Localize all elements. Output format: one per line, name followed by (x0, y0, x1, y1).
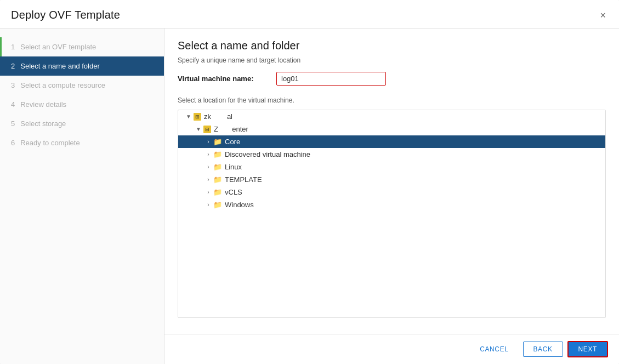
content-title: Select a name and folder (178, 39, 606, 52)
linux-label: Linux (225, 163, 242, 171)
discovered-label: Discovered virtual machine (225, 150, 310, 158)
tree-item-linux[interactable]: › 📁 Linux (178, 161, 605, 173)
dialog-footer: CANCEL BACK NEXT (164, 334, 619, 364)
step-6-label: Ready to complete (20, 139, 79, 147)
tree-vcenter[interactable]: ▼ ⊟ Z enter (178, 123, 605, 135)
step-1-label: Select an OVF template (20, 43, 96, 51)
root-label: zk al (204, 112, 232, 121)
linux-arrow: › (203, 164, 213, 170)
step-1-num: 1 (11, 43, 15, 51)
deploy-ovf-dialog: Deploy OVF Template × 1 Select an OVF te… (0, 0, 619, 364)
cancel-button[interactable]: CANCEL (470, 342, 518, 356)
datacenter-icon: ⊞ (194, 113, 201, 121)
sidebar-item-ovf-template: 1 Select an OVF template (0, 37, 164, 56)
core-folder-icon: 📁 (213, 138, 222, 146)
dialog-header: Deploy OVF Template × (0, 0, 619, 29)
vm-name-row: Virtual machine name: (178, 72, 606, 86)
sidebar-item-review: 4 Review details (0, 95, 164, 114)
linux-folder-icon: 📁 (213, 163, 222, 171)
windows-arrow: › (203, 202, 213, 208)
sidebar: 1 Select an OVF template 2 Select a name… (0, 29, 164, 364)
vcenter-label: Z enter (214, 125, 248, 133)
tree-item-windows[interactable]: › 📁 Windows (178, 198, 605, 211)
root-arrow: ▼ (184, 113, 194, 120)
step-3-label: Select a compute resource (20, 81, 105, 89)
step-2-label: Select a name and folder (20, 62, 100, 70)
subtitle: Specify a unique name and target locatio… (178, 56, 606, 64)
discovered-arrow: › (203, 151, 213, 157)
back-button[interactable]: BACK (523, 342, 563, 357)
sidebar-item-storage: 5 Select storage (0, 114, 164, 133)
discovered-folder-icon: 📁 (213, 150, 222, 158)
step-2-num: 2 (11, 62, 15, 70)
close-button[interactable]: × (598, 9, 608, 21)
template-arrow: › (203, 177, 213, 183)
tree-root[interactable]: ▼ ⊞ zk al (178, 110, 605, 123)
sidebar-item-name-folder: 2 Select a name and folder (0, 56, 164, 76)
tree-item-discovered[interactable]: › 📁 Discovered virtual machine (178, 148, 605, 161)
vcls-arrow: › (203, 189, 213, 195)
tree-item-vcls[interactable]: › 📁 vCLS (178, 186, 605, 198)
vcenter-arrow: ▼ (194, 126, 203, 132)
dialog-body: 1 Select an OVF template 2 Select a name… (0, 29, 619, 364)
sidebar-item-ready: 6 Ready to complete (0, 133, 164, 152)
template-folder-icon: 📁 (213, 175, 222, 184)
step-4-num: 4 (11, 100, 15, 109)
next-button[interactable]: NEXT (567, 341, 608, 357)
step-5-label: Select storage (20, 120, 66, 128)
windows-label: Windows (225, 201, 254, 209)
core-label: Core (225, 138, 240, 146)
step-5-num: 5 (11, 120, 15, 128)
main-content: Select a name and folder Specify a uniqu… (164, 29, 619, 364)
tree-container: ▼ ⊞ zk al ▼ ⊟ Z enter › 📁 (178, 110, 606, 318)
step-4-label: Review details (20, 100, 66, 109)
vcls-folder-icon: 📁 (213, 188, 222, 196)
tree-item-template[interactable]: › 📁 TEMPLATE (178, 173, 605, 186)
vm-name-input[interactable] (276, 72, 386, 86)
step-6-num: 6 (11, 139, 15, 147)
vcenter-icon: ⊟ (203, 126, 211, 133)
windows-folder-icon: 📁 (213, 201, 222, 209)
vm-name-label: Virtual machine name: (178, 75, 276, 83)
location-prompt: Select a location for the virtual machin… (178, 96, 606, 104)
content-area: Select a name and folder Specify a uniqu… (164, 29, 619, 334)
vcls-label: vCLS (225, 188, 242, 196)
template-label: TEMPLATE (225, 175, 262, 184)
dialog-title: Deploy OVF Template (11, 9, 120, 21)
core-arrow: › (203, 139, 213, 145)
sidebar-item-compute: 3 Select a compute resource (0, 76, 164, 95)
step-3-num: 3 (11, 81, 15, 89)
tree-item-core[interactable]: › 📁 Core (178, 135, 605, 148)
